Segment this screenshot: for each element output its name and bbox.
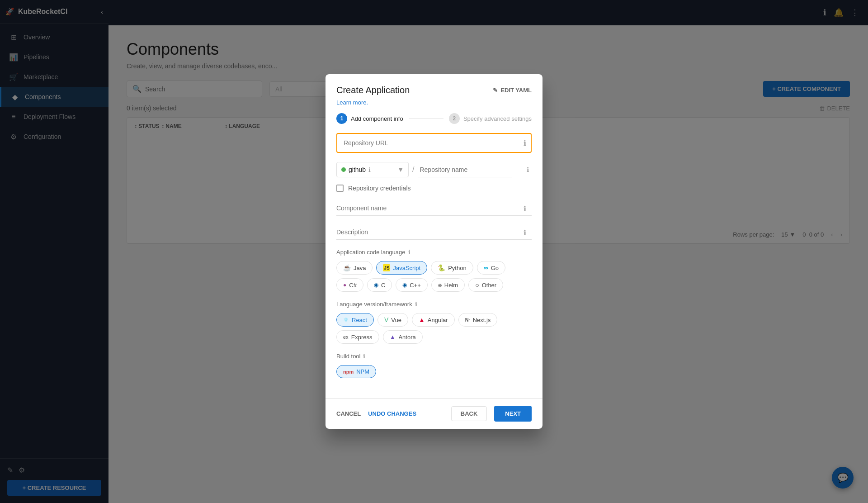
component-name-field: ℹ — [336, 201, 532, 216]
info-icon-small: ℹ — [368, 166, 371, 173]
vue-icon: V — [384, 316, 388, 323]
framework-label: Language version/framework ℹ — [336, 301, 532, 308]
next-button[interactable]: NEXT — [494, 406, 532, 422]
npm-icon: npm — [343, 369, 354, 375]
build-tool-chips: npm NPM — [336, 365, 532, 378]
c-icon: ◉ — [374, 282, 378, 288]
build-tool-field: Build tool ℹ npm NPM — [336, 353, 532, 378]
description-info-icon: ℹ — [524, 228, 526, 237]
fw-vue[interactable]: V Vue — [377, 313, 408, 327]
lang-javascript[interactable]: JS JavaScript — [376, 261, 427, 275]
lang-cpp[interactable]: ◉ C++ — [396, 278, 428, 292]
dialog-footer: CANCEL UNDO CHANGES BACK NEXT — [326, 398, 542, 429]
repo-name-input[interactable] — [418, 162, 512, 177]
step-2-label: Specify advanced settings — [463, 115, 532, 122]
dialog-body: ℹ github ℹ ▼ / ℹ Reposit — [326, 133, 542, 398]
build-tool-label: Build tool ℹ — [336, 353, 532, 360]
undo-changes-button[interactable]: UNDO CHANGES — [368, 410, 416, 417]
dialog-title: Create Application — [336, 85, 410, 95]
angular-icon: ▲ — [419, 316, 425, 323]
lang-go[interactable]: ∞ Go — [477, 261, 505, 275]
framework-field: Language version/framework ℹ ⚛ React V V… — [336, 301, 532, 344]
nextjs-icon: N· — [465, 317, 470, 323]
other-icon: ○ — [475, 281, 479, 289]
repo-name-wrapper: ℹ — [418, 162, 532, 177]
lang-java[interactable]: ☕ Java — [336, 261, 373, 275]
component-name-input[interactable] — [336, 201, 532, 216]
learn-more-link[interactable]: Learn more. — [326, 95, 542, 113]
dialog-steps: 1 Add component info 2 Specify advanced … — [326, 113, 542, 133]
component-name-info-icon: ℹ — [524, 204, 526, 213]
repo-url-input[interactable] — [336, 133, 532, 153]
edit-yaml-button[interactable]: ✎ EDIT YAML — [493, 87, 532, 94]
dialog-header: Create Application ✎ EDIT YAML — [326, 74, 542, 95]
fw-express[interactable]: ex Express — [336, 330, 379, 344]
credentials-label: Repository credentials — [348, 185, 411, 192]
helm-icon: ⎈ — [438, 281, 442, 289]
fw-nextjs[interactable]: N· Next.js — [458, 313, 498, 327]
git-server-name: github — [349, 166, 366, 173]
fw-react[interactable]: ⚛ React — [336, 313, 374, 327]
slash-divider: / — [412, 166, 414, 174]
step-2: 2 Specify advanced settings — [449, 113, 532, 124]
build-tool-info-icon: ℹ — [363, 353, 365, 360]
step-1: 1 Add component info — [336, 113, 403, 124]
language-info-icon: ℹ — [408, 249, 410, 256]
pencil-icon: ✎ — [493, 87, 498, 94]
repo-name-info-icon: ℹ — [527, 166, 529, 173]
back-button[interactable]: BACK — [451, 406, 487, 421]
fw-angular[interactable]: ▲ Angular — [412, 313, 455, 327]
framework-chips: ⚛ React V Vue ▲ Angular N· Next.js — [336, 313, 532, 344]
bt-npm[interactable]: npm NPM — [336, 365, 376, 378]
lang-helm[interactable]: ⎈ Helm — [431, 278, 465, 292]
credentials-checkbox[interactable] — [336, 185, 344, 192]
lang-c[interactable]: ◉ C — [367, 278, 392, 292]
express-icon: ex — [343, 334, 349, 340]
fw-antora[interactable]: ▲ Antora — [383, 330, 423, 344]
cpp-icon: ◉ — [402, 282, 407, 288]
description-field: ℹ — [336, 225, 532, 240]
repo-url-info-icon: ℹ — [524, 139, 526, 147]
git-status-indicator — [341, 167, 346, 172]
step-1-label: Add component info — [351, 115, 403, 122]
cancel-button[interactable]: CANCEL — [336, 410, 361, 417]
framework-info-icon: ℹ — [415, 301, 417, 308]
git-server-row: github ℹ ▼ / ℹ — [336, 162, 532, 177]
csharp-icon: ● — [343, 282, 346, 288]
lang-csharp[interactable]: ● C# — [336, 278, 363, 292]
lang-python[interactable]: 🐍 Python — [431, 261, 473, 275]
repo-url-wrapper: ℹ — [336, 133, 532, 153]
credentials-row: Repository credentials — [336, 185, 532, 192]
chevron-down-icon: ▼ — [397, 166, 404, 173]
language-label: Application code language ℹ — [336, 249, 532, 256]
step-divider — [409, 119, 443, 119]
js-icon: JS — [383, 264, 390, 271]
step-2-circle: 2 — [449, 113, 460, 124]
step-1-circle: 1 — [336, 113, 347, 124]
git-server-selector[interactable]: github ℹ ▼ — [336, 162, 409, 177]
repo-url-field: ℹ — [336, 133, 532, 153]
description-input[interactable] — [336, 225, 532, 240]
go-icon: ∞ — [484, 264, 488, 271]
modal-overlay: Create Application ✎ EDIT YAML Learn mor… — [0, 0, 868, 503]
antora-icon: ▲ — [390, 333, 396, 341]
java-icon: ☕ — [343, 264, 351, 271]
lang-other[interactable]: ○ Other — [468, 278, 503, 292]
create-application-dialog: Create Application ✎ EDIT YAML Learn mor… — [326, 74, 542, 429]
react-icon: ⚛ — [343, 316, 349, 323]
language-field: Application code language ℹ ☕ Java JS Ja… — [336, 249, 532, 292]
python-icon: 🐍 — [438, 264, 445, 271]
language-chips: ☕ Java JS JavaScript 🐍 Python ∞ Go — [336, 261, 532, 292]
